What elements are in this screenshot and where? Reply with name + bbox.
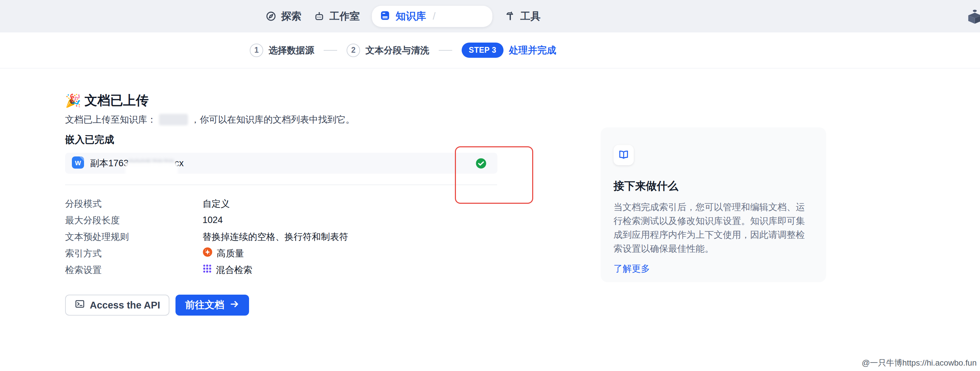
document-row[interactable]: W 副本1763 00057070 cx [65, 153, 498, 174]
step-3-active: STEP 3 处理并完成 [461, 43, 556, 58]
step-1-circle: 1 [250, 43, 263, 57]
robot-icon [313, 10, 325, 22]
redacted-kb-name [159, 114, 188, 125]
doc-name-prefix: 副本1763 [90, 157, 129, 169]
high-quality-gem-icon [202, 247, 213, 259]
arrow-right-icon [229, 299, 240, 312]
nav-item-knowledge[interactable]: 知识库 / [372, 6, 492, 27]
subtitle-prefix: 文档已上传至知识库： [65, 114, 156, 126]
step-connector [324, 50, 337, 51]
steps-bar: 1 选择数据源 2 文本分段与清洗 STEP 3 处理并完成 [0, 32, 980, 69]
terminal-icon [75, 299, 85, 312]
nav-item-explore[interactable]: 探索 [265, 10, 301, 23]
go-docs-label: 前往文档 [185, 298, 224, 312]
svg-text:W: W [75, 160, 81, 166]
nav-item-tools[interactable]: 工具 [504, 10, 541, 23]
whats-next-title: 接下来做什么 [614, 179, 678, 193]
whats-next-body: 当文档完成索引后，您可以管理和编辑文档、运行检索测试以及修改知识库设置。知识库即… [614, 200, 812, 256]
detail-value: 替换掉连续的空格、换行符和制表符 [202, 231, 348, 243]
detail-row-preprocess-rules: 文本预处理规则 替换掉连续的空格、换行符和制表符 [65, 229, 348, 245]
hammer-icon [504, 10, 516, 22]
detail-label: 最大分段长度 [65, 214, 202, 226]
document-name: 副本1763 00057070 cx [90, 157, 184, 169]
open-book-icon [618, 149, 629, 162]
nav-label-studio: 工作室 [329, 10, 360, 23]
nav-label-knowledge: 知识库 [396, 10, 426, 23]
detail-label: 检索设置 [65, 264, 202, 276]
divider [65, 184, 497, 185]
detail-row-max-length: 最大分段长度 1024 [65, 212, 348, 229]
breadcrumb-separator: / [433, 10, 435, 22]
detail-row-retrieval-setting: 检索设置 混合检索 [65, 262, 348, 278]
go-to-documents-button[interactable]: 前往文档 [175, 295, 249, 316]
access-api-button[interactable]: Access the API [65, 295, 169, 316]
step-2[interactable]: 2 文本分段与清洗 [347, 43, 429, 57]
top-header: 探索 工作室 [0, 0, 980, 32]
nav-item-studio[interactable]: 工作室 [313, 10, 360, 23]
detail-label: 分段模式 [65, 198, 202, 210]
step-1[interactable]: 1 选择数据源 [250, 43, 314, 57]
detail-label: 索引方式 [65, 247, 202, 259]
book-icon [379, 10, 391, 22]
app-screen: 探索 工作室 [0, 0, 980, 371]
action-buttons: Access the API 前往文档 [65, 295, 249, 316]
step-2-label: 文本分段与清洗 [366, 44, 429, 56]
watermark: @一只牛博https://hi.acowbo.fun [862, 358, 977, 368]
nav-label-explore: 探索 [281, 10, 301, 23]
step-1-label: 选择数据源 [269, 44, 314, 56]
main-nav: 探索 工作室 [0, 0, 806, 32]
access-api-label: Access the API [90, 300, 160, 311]
step-3-label: 处理并完成 [509, 44, 556, 57]
details-table: 分段模式 自定义 最大分段长度 1024 文本预处理规则 替换掉连续的空格、换行… [65, 195, 348, 278]
detail-row-index-mode: 索引方式 高质量 [65, 245, 348, 262]
step-2-circle: 2 [347, 43, 360, 57]
step-connector [439, 50, 452, 51]
detail-value: 1024 [202, 215, 223, 225]
embedding-complete-title: 嵌入已完成 [65, 133, 114, 147]
page-title-text: 文档已上传 [84, 92, 148, 109]
hybrid-search-grid-icon [202, 264, 212, 276]
open-book-icon-box [614, 145, 634, 165]
redacted-dataset-name [441, 10, 484, 22]
steps-wrapper: 1 选择数据源 2 文本分段与清洗 STEP 3 处理并完成 [0, 32, 806, 68]
page-subtitle: 文档已上传至知识库： ，你可以在知识库的文档列表中找到它。 [65, 114, 355, 126]
subtitle-suffix: ，你可以在知识库的文档列表中找到它。 [191, 114, 355, 126]
step-3-badge: STEP 3 [461, 43, 503, 58]
detail-value: 自定义 [202, 198, 230, 210]
doc-name-redacted: 00057070 [129, 158, 175, 169]
cube-icon[interactable] [966, 7, 980, 28]
word-doc-icon: W [71, 156, 85, 171]
check-circle-icon [476, 158, 487, 169]
nav-label-tools: 工具 [520, 10, 541, 23]
compass-icon [265, 10, 277, 22]
page-title: 🎉 文档已上传 [65, 92, 148, 109]
detail-label: 文本预处理规则 [65, 231, 202, 243]
detail-row-segment-mode: 分段模式 自定义 [65, 195, 348, 212]
party-popper-emoji: 🎉 [65, 93, 81, 108]
whats-next-card: 接下来做什么 当文档完成索引后，您可以管理和编辑文档、运行检索测试以及修改知识库… [601, 127, 826, 282]
detail-value: 高质量 [202, 247, 244, 259]
learn-more-link[interactable]: 了解更多 [614, 262, 650, 275]
detail-value: 混合检索 [202, 264, 253, 276]
